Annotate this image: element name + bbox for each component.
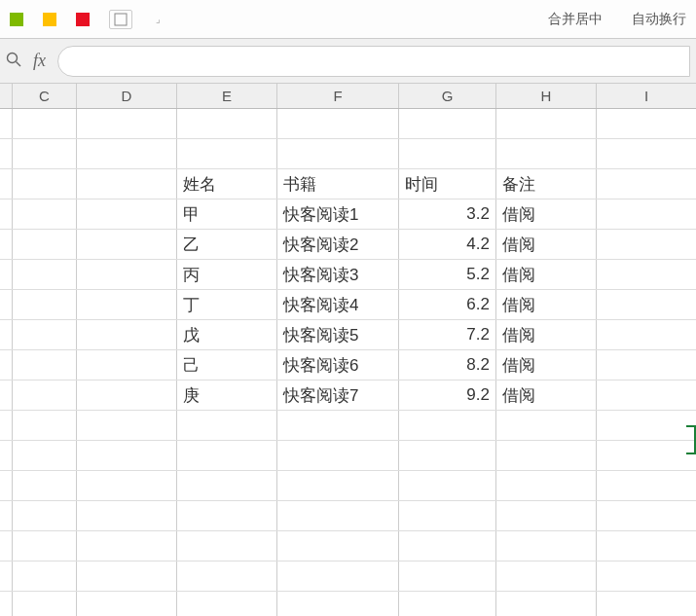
cell-header-time[interactable]: 时间	[399, 169, 496, 199]
cell[interactable]	[597, 230, 696, 259]
spreadsheet[interactable]: C D E F G H I 姓名 书籍 时间	[0, 84, 696, 616]
cell[interactable]	[399, 441, 496, 470]
cell-note[interactable]: 借阅	[496, 320, 597, 349]
cell[interactable]	[597, 592, 696, 616]
cell[interactable]	[496, 441, 597, 470]
cell[interactable]	[77, 109, 177, 138]
cell[interactable]	[77, 199, 177, 229]
cell[interactable]	[13, 501, 77, 530]
cell[interactable]	[13, 411, 77, 440]
col-header-i[interactable]: I	[597, 84, 696, 108]
cell[interactable]	[77, 230, 177, 259]
fill-color-swatch[interactable]	[10, 13, 23, 26]
cell[interactable]	[277, 471, 399, 500]
cell-book[interactable]: 快客阅读3	[277, 260, 399, 289]
cell[interactable]	[399, 501, 496, 530]
cell[interactable]	[77, 411, 177, 440]
cell-time[interactable]: 3.2	[399, 199, 496, 229]
cell[interactable]	[13, 320, 77, 349]
cell[interactable]	[177, 471, 277, 500]
cell[interactable]	[13, 139, 77, 168]
cell-book[interactable]: 快客阅读4	[277, 290, 399, 319]
cell[interactable]	[597, 260, 696, 289]
cell[interactable]	[77, 592, 177, 616]
cell-time[interactable]: 9.2	[399, 380, 496, 410]
cell[interactable]	[399, 531, 496, 561]
col-header-f[interactable]: F	[277, 84, 399, 108]
cell[interactable]	[13, 350, 77, 380]
cell[interactable]	[399, 562, 496, 591]
cell[interactable]	[177, 139, 277, 168]
cell[interactable]	[496, 531, 597, 561]
cell[interactable]	[177, 592, 277, 616]
merge-center-button[interactable]: 合并居中	[548, 11, 603, 28]
highlight-color-swatch[interactable]	[43, 13, 56, 26]
zoom-icon[interactable]	[6, 52, 21, 71]
cell-note[interactable]: 借阅	[496, 290, 597, 319]
cell[interactable]	[77, 441, 177, 470]
cell[interactable]	[77, 531, 177, 561]
wrap-text-button[interactable]: 自动换行	[632, 11, 686, 28]
cell[interactable]	[13, 169, 77, 199]
dialog-launcher-icon[interactable]: ⌟	[156, 14, 161, 24]
cell-note[interactable]: 借阅	[496, 199, 597, 229]
cell[interactable]	[597, 441, 696, 470]
cell[interactable]	[597, 169, 696, 199]
cell-name[interactable]: 戊	[177, 320, 277, 349]
cell-name[interactable]: 丙	[177, 260, 277, 289]
cell[interactable]	[496, 501, 597, 530]
cell[interactable]	[77, 320, 177, 349]
cell[interactable]	[277, 531, 399, 561]
fx-icon[interactable]: fx	[33, 51, 46, 71]
cell[interactable]	[77, 380, 177, 410]
cell-book[interactable]: 快客阅读6	[277, 350, 399, 380]
border-button[interactable]	[109, 10, 132, 29]
cell[interactable]	[277, 501, 399, 530]
cell[interactable]	[277, 411, 399, 440]
cell[interactable]	[496, 109, 597, 138]
cell[interactable]	[13, 441, 77, 470]
cell[interactable]	[177, 531, 277, 561]
cell[interactable]	[13, 562, 77, 591]
cell-name[interactable]: 己	[177, 350, 277, 380]
col-header-h[interactable]: H	[496, 84, 597, 108]
cell[interactable]	[13, 199, 77, 229]
cell[interactable]	[597, 199, 696, 229]
cell-time[interactable]: 5.2	[399, 260, 496, 289]
cell[interactable]	[277, 441, 399, 470]
cell[interactable]	[277, 592, 399, 616]
formula-input[interactable]	[57, 46, 690, 77]
cell[interactable]	[496, 471, 597, 500]
cell-book[interactable]: 快客阅读5	[277, 320, 399, 349]
cell[interactable]	[597, 562, 696, 591]
cell[interactable]	[399, 139, 496, 168]
cell[interactable]	[597, 320, 696, 349]
font-color-swatch[interactable]	[76, 13, 90, 26]
cell-header-name[interactable]: 姓名	[177, 169, 277, 199]
cell-time[interactable]: 8.2	[399, 350, 496, 380]
cell-book[interactable]: 快客阅读7	[277, 380, 399, 410]
col-header-d[interactable]: D	[77, 84, 177, 108]
cell[interactable]	[277, 562, 399, 591]
cell[interactable]	[13, 230, 77, 259]
cell[interactable]	[277, 139, 399, 168]
cell[interactable]	[496, 411, 597, 440]
cell[interactable]	[597, 531, 696, 561]
cell[interactable]	[13, 471, 77, 500]
cell[interactable]	[496, 562, 597, 591]
col-header-c[interactable]: C	[13, 84, 77, 108]
cell-name[interactable]: 丁	[177, 290, 277, 319]
cell[interactable]	[399, 411, 496, 440]
cell[interactable]	[399, 592, 496, 616]
cell[interactable]	[13, 290, 77, 319]
cell-book[interactable]: 快客阅读1	[277, 199, 399, 229]
cell[interactable]	[496, 592, 597, 616]
col-header-e[interactable]: E	[177, 84, 277, 108]
cell[interactable]	[77, 350, 177, 380]
cell[interactable]	[13, 109, 77, 138]
cell[interactable]	[597, 109, 696, 138]
cell[interactable]	[77, 501, 177, 530]
cell[interactable]	[13, 380, 77, 410]
cell-name[interactable]: 甲	[177, 199, 277, 229]
cell-header-note[interactable]: 备注	[496, 169, 597, 199]
